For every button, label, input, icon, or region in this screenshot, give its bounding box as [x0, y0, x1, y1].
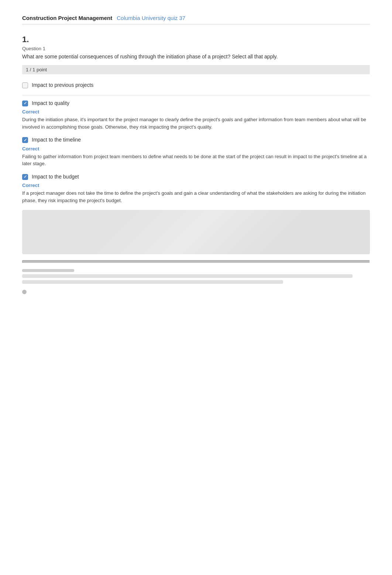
- option-2-text: Impact to quality: [32, 100, 69, 107]
- explanation-3: Failing to gather information from proje…: [22, 153, 370, 167]
- option-3: Impact to the timeline Correct Failing t…: [22, 136, 370, 167]
- checkbox-3: [22, 137, 28, 143]
- blurred-image-section: [22, 210, 370, 254]
- page-header: Construction Project Management Columbia…: [22, 15, 370, 24]
- question-text: What are some potential consequences of …: [22, 53, 370, 61]
- question-label: Question 1: [22, 46, 370, 51]
- option-2: Impact to quality Correct During the ini…: [22, 100, 370, 131]
- explanation-4: If a project manager does not take the t…: [22, 190, 370, 204]
- correct-label-2: Correct: [22, 109, 370, 115]
- question-number: 1.: [22, 35, 370, 44]
- option-1: Impact to previous projects: [22, 82, 370, 89]
- blurred-divider: [22, 260, 370, 263]
- checkbox-1: [22, 82, 28, 88]
- option-3-text: Impact to the timeline: [32, 136, 81, 144]
- correct-label-4: Correct: [22, 183, 370, 188]
- option-1-text: Impact to previous projects: [32, 82, 93, 89]
- correct-label-3: Correct: [22, 146, 370, 152]
- quiz-title: Columbia University quiz 37: [117, 15, 185, 21]
- option-4: Impact to the budget Correct If a projec…: [22, 173, 370, 204]
- checkbox-2: [22, 101, 28, 106]
- explanation-2: During the initiation phase, it's import…: [22, 116, 370, 130]
- option-4-text: Impact to the budget: [32, 173, 79, 181]
- score-bar: 1 / 1 point: [22, 65, 370, 74]
- question-block: 1. Question 1 What are some potential co…: [22, 35, 370, 74]
- course-title: Construction Project Management: [22, 15, 112, 21]
- checkbox-4: [22, 174, 28, 180]
- blurred-dot: [22, 290, 27, 294]
- blurred-text-1: [22, 269, 370, 284]
